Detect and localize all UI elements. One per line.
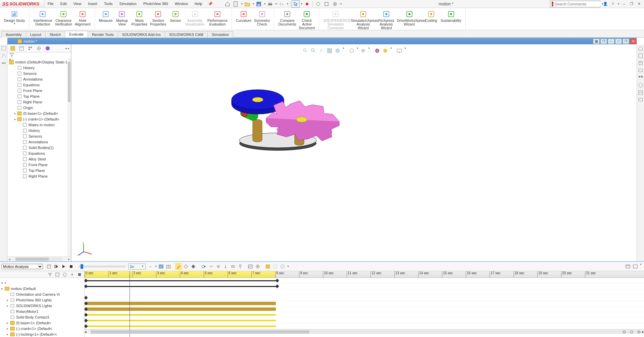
fm-node[interactable]: History [7, 128, 71, 133]
menu-view[interactable]: View [70, 0, 85, 7]
ribbon-measure[interactable]: Measure [98, 9, 114, 27]
ribbon-costing[interactable]: Costing [423, 9, 439, 31]
play-from-start-icon[interactable] [53, 263, 60, 270]
ribbon-performance-evaluation[interactable]: PerformanceEvaluation [206, 9, 229, 27]
hide-show-icon[interactable] [359, 47, 367, 54]
mt-icon[interactable] [54, 271, 61, 278]
play-icon[interactable] [60, 263, 67, 270]
snapshot-icon[interactable] [165, 263, 172, 270]
timeline[interactable]: 0 sec1 sec2 sec3 sec4 sec5 sec6 sec7 sec… [85, 271, 644, 337]
tab-layout[interactable]: Layout [26, 31, 46, 38]
motion-tree-node[interactable]: ▸motion (Default [0, 286, 84, 291]
home-icon[interactable] [224, 0, 232, 8]
forum-icon[interactable] [638, 97, 643, 103]
search-input[interactable] [555, 2, 601, 6]
results-icon[interactable] [247, 263, 254, 270]
view-palette-icon[interactable] [638, 75, 643, 81]
view-settings-icon[interactable] [396, 47, 403, 54]
section-view-icon[interactable] [326, 47, 333, 54]
design-study-button[interactable]: Design Study ▼ [3, 9, 26, 26]
user-icon[interactable]: 👤 [602, 1, 608, 7]
options-icon[interactable] [323, 0, 331, 8]
timeline-row[interactable] [85, 312, 644, 318]
mt-icon[interactable] [61, 271, 68, 278]
zoom-fit-icon[interactable] [629, 329, 635, 336]
edit-appearance-icon[interactable] [374, 47, 381, 54]
menu-window[interactable]: Window [171, 0, 191, 7]
custom-props-icon[interactable] [638, 90, 643, 95]
ribbon-hole-alignment[interactable]: HoleAlignment [73, 9, 92, 27]
fm-node[interactable]: Solid Bodies(1) [7, 145, 71, 150]
timeline-row[interactable] [85, 306, 644, 312]
graphics-viewport[interactable]: ▼ ▼ ▼ ▼ ▼ [71, 44, 637, 261]
fm-node[interactable]: Front Plane [7, 162, 71, 167]
ribbon-check-active-document[interactable]: CheckActiveDocument [298, 9, 316, 31]
fm-node[interactable]: ▸(-) crank<1> (Default< [7, 116, 71, 122]
motion-tree-node[interactable]: Orientation and Camera Vi [0, 291, 84, 297]
motion-settings-icon[interactable] [254, 263, 261, 270]
home-pane-icon[interactable] [638, 46, 643, 51]
motion-tree-node[interactable]: Solid Body Contact1 [0, 314, 84, 320]
search-commands[interactable]: ⌕ ▼ [550, 1, 600, 7]
fm-node[interactable]: History [7, 65, 71, 70]
display-style-icon[interactable] [348, 47, 355, 54]
ribbon-symmetry-check[interactable]: SymmetryCheck [253, 9, 271, 27]
calculate-icon[interactable] [46, 263, 52, 270]
motion-tree-node[interactable]: ▸PhotoView 360 Lights [0, 297, 84, 303]
gutter-icon[interactable] [1, 46, 6, 51]
fm-tab-display[interactable] [44, 45, 52, 52]
ribbon-interference-detection[interactable]: InterferenceDetection [32, 9, 53, 27]
motor-icon[interactable] [200, 263, 207, 270]
zoom-area-icon[interactable] [310, 47, 317, 54]
apply-scene-icon[interactable] [382, 47, 389, 54]
timeline-row[interactable] [85, 289, 644, 295]
menu-edit[interactable]: Edit [57, 0, 70, 7]
ribbon-section-properties[interactable]: SectionProperties [149, 9, 167, 27]
gutter-icon[interactable] [1, 53, 6, 58]
doc-restore-icon[interactable]: ❐ [623, 39, 629, 44]
view-triad[interactable]: Y X Z [78, 242, 92, 256]
fm-node[interactable]: Sensors [7, 70, 71, 76]
menu-photoview360[interactable]: PhotoView 360 [140, 0, 171, 7]
damper-icon[interactable] [215, 263, 221, 270]
tab-solidworks-add-ins[interactable]: SOLIDWORKS Add-Ins [118, 31, 165, 38]
motion-tree-node[interactable]: ▸(-) locking<1> (Default<< [0, 331, 84, 337]
tab-evaluate[interactable]: Evaluate [65, 31, 88, 38]
ribbon-mass-properties[interactable]: MassProperties [130, 9, 149, 27]
timeline-row[interactable] [85, 295, 644, 301]
save-icon[interactable] [255, 0, 263, 8]
appearances-icon[interactable] [638, 83, 643, 88]
fm-vscrollbar[interactable] [67, 58, 71, 256]
force-icon[interactable] [222, 263, 229, 270]
gutter-icon[interactable] [1, 60, 6, 66]
sim-setup-icon[interactable] [264, 263, 271, 270]
contact-icon[interactable] [230, 263, 236, 270]
zoom-fit-icon[interactable] [302, 47, 309, 54]
ribbon-compare-documents[interactable]: CompareDocuments [277, 9, 297, 31]
pin-icon[interactable]: 📌 [205, 0, 215, 7]
prev-view-icon[interactable] [318, 47, 325, 54]
motion-tree-node[interactable]: ▸(f) base<1> (Default< [0, 320, 84, 326]
record-icon[interactable] [303, 0, 311, 8]
fm-filter[interactable]: ▾ [7, 52, 71, 58]
stop-icon[interactable] [68, 263, 75, 270]
mt-icon[interactable] [69, 271, 76, 278]
undo-icon[interactable] [278, 0, 286, 8]
study-type-select[interactable]: Motion Analysis [1, 264, 43, 269]
add-key-icon[interactable] [190, 263, 197, 270]
print-icon[interactable] [266, 0, 274, 8]
timeline-row[interactable] [85, 284, 644, 289]
ribbon-markup-view[interactable]: MarkupView [114, 9, 130, 27]
help-icon[interactable]: ? [610, 1, 616, 7]
tab-assembly[interactable]: Assembly [1, 31, 26, 38]
fm-tab-dim[interactable] [35, 45, 43, 52]
fm-node[interactable]: Annotations [7, 139, 71, 145]
menu-file[interactable]: File [44, 0, 57, 7]
tab-sketch[interactable]: Sketch [45, 31, 65, 38]
mt-icon[interactable] [76, 271, 83, 278]
motion-tree-node[interactable]: RotaryMotor1 [0, 308, 84, 314]
filter-icon[interactable] [47, 271, 53, 278]
restore-icon[interactable]: ❐ [629, 1, 635, 7]
ribbon-driveworksxpress-wizard[interactable]: DriveWorksXpressWizard [396, 9, 423, 31]
settings-icon[interactable] [331, 0, 339, 8]
